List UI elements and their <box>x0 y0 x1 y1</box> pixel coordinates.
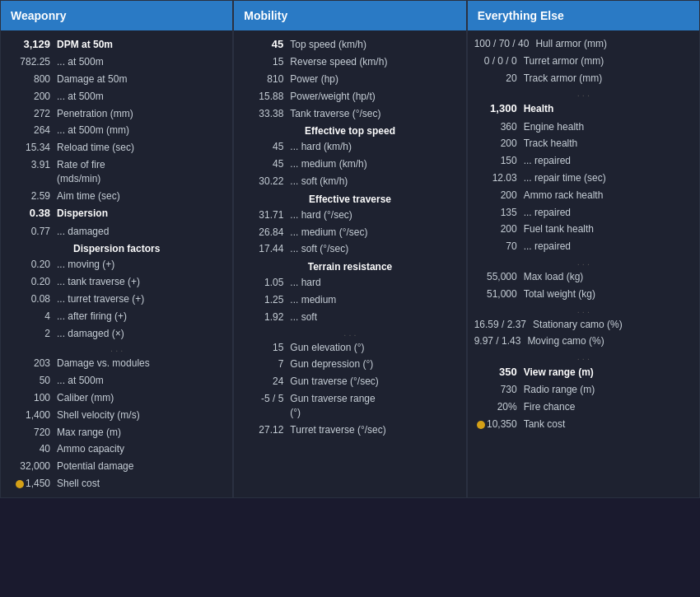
stat-value: 150 <box>474 154 524 168</box>
mobility-body: 45Top speed (km/h)15Reverse speed (km/h)… <box>234 30 465 443</box>
weaponry-body: 3,129DPM at 50m782.25... at 500m800Damag… <box>1 30 232 497</box>
stat-value: -5 / 5 <box>240 392 290 406</box>
stat-row: 7Gun depression (°) <box>240 356 459 373</box>
stat-label: ... repaired <box>524 206 693 220</box>
stat-label: Reload time (sec) <box>57 141 226 155</box>
everything-else-column: Everything Else 100 / 70 / 40Hull armor … <box>467 0 700 498</box>
stat-label: ... turret traverse (+) <box>57 292 226 306</box>
stat-value: 40 <box>7 442 57 456</box>
stat-row: 203Damage vs. modules <box>7 355 226 372</box>
stat-row: 33.38Tank traverse (°/sec) <box>240 105 459 123</box>
stat-label: ... medium (km/h) <box>290 157 459 171</box>
stat-row: 27.12Turret traverse (°/sec) <box>240 422 459 439</box>
stat-value: 50 <box>7 374 57 388</box>
stat-row: 32,000Potential damage <box>7 458 226 475</box>
stat-row: 100 / 70 / 40Hull armor (mm) <box>474 35 693 53</box>
stat-row: 200... at 500m <box>7 88 226 105</box>
stat-row: 3,129DPM at 50m <box>7 35 226 54</box>
stat-row: 0.08... turret traverse (+) <box>7 291 226 308</box>
stat-row: 24Gun traverse (°/sec) <box>240 373 459 390</box>
weaponry-column: Weaponry 3,129DPM at 50m782.25... at 500… <box>0 0 233 498</box>
stat-value: 100 / 70 / 40 <box>474 37 536 51</box>
stat-value: 9.97 / 1.43 <box>474 334 528 348</box>
stat-label: ... moving (+) <box>57 258 226 272</box>
stat-row: 1,450Shell cost <box>7 475 226 492</box>
stat-row: 20Track armor (mm) <box>474 70 693 87</box>
stat-row: 4... after firing (+) <box>7 308 226 325</box>
stat-value: 272 <box>7 107 57 121</box>
stat-label: ... tank traverse (+) <box>57 275 226 289</box>
stat-row: 3.91Rate of fire (mds/min) <box>7 156 226 188</box>
stat-label: Max load (kg) <box>524 270 693 284</box>
stat-label: Potential damage <box>57 459 226 473</box>
section-header: Effective top speed <box>240 122 459 138</box>
stat-label: ... damaged <box>57 225 226 239</box>
stat-label: Stationary camo (%) <box>533 318 693 332</box>
stat-row: 0 / 0 / 0Turret armor (mm) <box>474 53 693 70</box>
stat-label: DPM at 50m <box>57 38 226 52</box>
stat-row: 272Penetration (mm) <box>7 105 226 123</box>
stat-label: Aim time (sec) <box>57 189 226 203</box>
stat-value: 45 <box>240 37 290 52</box>
everything-else-header: Everything Else <box>468 1 699 30</box>
stat-value: 200 <box>474 222 524 236</box>
stat-row: 9.97 / 1.43Moving camo (%) <box>474 333 693 350</box>
stat-row: 16.59 / 2.37Stationary camo (%) <box>474 316 693 333</box>
stat-value: 32,000 <box>7 459 57 473</box>
stat-row: 2.59Aim time (sec) <box>7 188 226 205</box>
stat-row: 10,350Tank cost <box>474 416 693 433</box>
stat-row: 15.34Reload time (sec) <box>7 139 226 156</box>
coin-icon <box>477 421 485 429</box>
stat-row: 730Radio range (m) <box>474 381 693 399</box>
stat-label: ... soft <box>290 310 459 324</box>
stat-value: 30.22 <box>240 175 290 189</box>
stat-row: 12.03... repair time (sec) <box>474 170 693 187</box>
stat-label: Gun elevation (°) <box>290 341 459 355</box>
stat-row: 1.05... hard <box>240 274 459 292</box>
stat-value: 1.92 <box>240 310 290 324</box>
stat-label: Track health <box>524 137 693 151</box>
stat-value: 264 <box>7 124 57 138</box>
stat-label: Reverse speed (km/h) <box>290 55 459 69</box>
stat-row: 200Ammo rack health <box>474 187 693 204</box>
coin-icon <box>16 480 24 488</box>
stat-value: 200 <box>474 137 524 151</box>
stat-value: 16.59 / 2.37 <box>474 318 533 332</box>
stat-label: ... after firing (+) <box>57 310 226 324</box>
stat-label: ... hard (°/sec) <box>290 208 459 222</box>
stat-label: ... repair time (sec) <box>524 171 693 185</box>
stat-row: 264... at 500m (mm) <box>7 122 226 139</box>
stat-value: 7 <box>240 357 290 371</box>
stat-value: 0.20 <box>7 258 57 272</box>
stat-value: 45 <box>240 140 290 154</box>
stat-value: 1,450 <box>7 477 57 491</box>
stat-row: 17.44... soft (°/sec) <box>240 240 459 258</box>
stat-row: 1,300Health <box>474 100 693 118</box>
stat-value: 55,000 <box>474 270 524 284</box>
stat-label: Max range (m) <box>57 426 226 440</box>
mobility-header: Mobility <box>234 1 465 30</box>
stat-value: 1,400 <box>7 408 57 422</box>
stat-row: 31.71... hard (°/sec) <box>240 207 459 224</box>
stat-value: 24 <box>240 375 290 389</box>
stat-label: ... damaged (×) <box>57 327 226 341</box>
stat-row: 40Ammo capacity <box>7 441 226 458</box>
everything-else-body: 100 / 70 / 40Hull armor (mm)0 / 0 / 0Tur… <box>468 30 699 438</box>
mobility-column: Mobility 45Top speed (km/h)15Reverse spe… <box>233 0 466 498</box>
dots-separator: . . . <box>240 326 459 339</box>
stat-row: 26.84... medium (°/sec) <box>240 224 459 241</box>
stat-value: 3.91 <box>7 158 57 172</box>
stat-row: 135... repaired <box>474 204 693 222</box>
stat-label: Total weight (kg) <box>524 287 693 301</box>
stat-value: 730 <box>474 383 524 397</box>
stat-label: Tank traverse (°/sec) <box>290 107 459 121</box>
stat-value: 20 <box>474 72 524 86</box>
stat-value: 800 <box>7 72 57 86</box>
stat-label: Turret armor (mm) <box>524 54 693 68</box>
stat-label: Ammo capacity <box>57 442 226 456</box>
stat-value: 203 <box>7 357 57 371</box>
stat-value: 15.88 <box>240 90 290 104</box>
stat-value: 0.08 <box>7 292 57 306</box>
stat-label: ... at 500m <box>57 90 226 104</box>
stat-label: Hull armor (mm) <box>535 37 693 51</box>
